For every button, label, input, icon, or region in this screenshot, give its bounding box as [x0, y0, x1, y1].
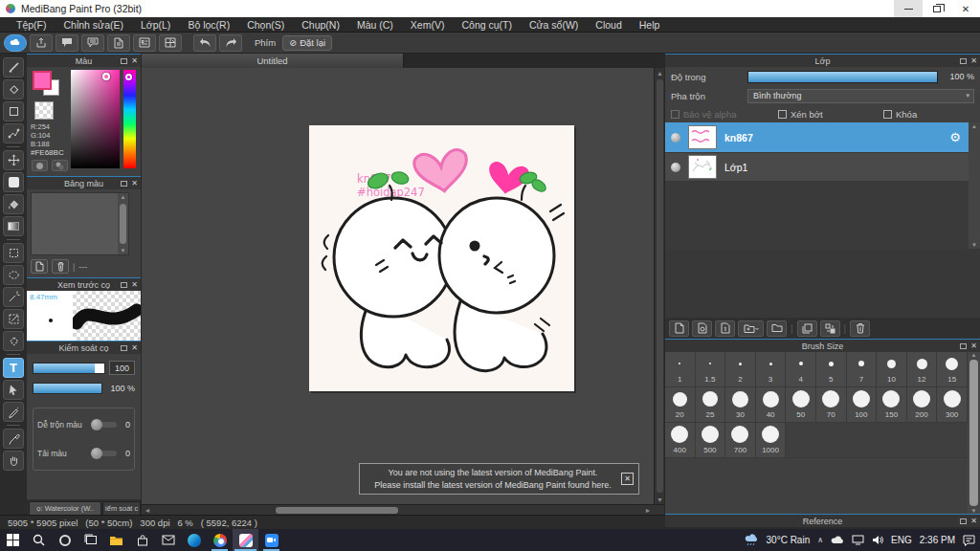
material-grid-button[interactable] [159, 34, 182, 52]
color-swap-button[interactable] [52, 160, 68, 171]
saturation-value-picker[interactable] [71, 70, 120, 168]
chrome-button[interactable] [207, 529, 233, 551]
restore-button[interactable] [923, 0, 951, 17]
scroll-up-icon[interactable]: ▲ [971, 123, 977, 129]
brush-size-slider[interactable] [33, 383, 102, 394]
brush-size-cell[interactable]: 10 [877, 352, 907, 387]
undo-button[interactable] [193, 34, 216, 52]
menu-help[interactable]: Help [631, 19, 669, 31]
popout-icon[interactable] [960, 343, 967, 349]
brush-tool[interactable] [3, 57, 24, 77]
scroll-down-icon[interactable]: ▼ [121, 248, 126, 253]
menu-window[interactable]: Cửa sổ(W) [521, 19, 587, 31]
network-icon[interactable] [852, 535, 864, 545]
file-explorer-button[interactable] [103, 529, 129, 551]
new-8bit-layer-button[interactable] [692, 320, 712, 337]
speaker-icon[interactable] [872, 535, 883, 545]
bucket-tool[interactable] [3, 194, 24, 214]
lock-checkbox[interactable]: Khóa [883, 109, 917, 120]
close-icon[interactable]: ✕ [970, 57, 977, 65]
sv-marker[interactable] [102, 73, 110, 80]
load-color-slider[interactable] [96, 451, 117, 456]
brush-size-cell[interactable]: 500 [696, 423, 726, 458]
brush-size-cell[interactable]: 70 [816, 387, 847, 423]
scroll-up-icon[interactable]: ▲ [655, 68, 664, 77]
cloud-sync-button[interactable] [4, 34, 27, 52]
canvas-viewport[interactable]: kn867 #hoidap247 [142, 68, 664, 515]
merge-layer-button[interactable] [820, 320, 840, 337]
brush-size-cell[interactable]: 1.5 [696, 352, 726, 387]
layer-opacity-slider[interactable] [747, 71, 938, 83]
scrollbar-thumb[interactable] [969, 360, 978, 506]
layer-visibility-toggle[interactable] [671, 163, 680, 172]
color-mode-button[interactable] [32, 160, 48, 171]
popout-icon[interactable] [121, 282, 127, 288]
popout-icon[interactable] [960, 58, 967, 64]
lasso-tool[interactable] [3, 265, 24, 285]
duplicate-layer-button[interactable] [797, 320, 817, 337]
scrollbar-thumb[interactable] [120, 204, 126, 244]
eyedropper-tool[interactable] [3, 429, 24, 449]
brush-size-cell[interactable]: 4 [786, 352, 816, 387]
comment-lines-button[interactable] [81, 34, 104, 52]
scroll-up-icon[interactable]: ▲ [121, 194, 126, 200]
search-button[interactable] [26, 529, 52, 551]
canvas-vertical-scrollbar[interactable]: ▲ ▼ [654, 68, 664, 504]
scrollbar-thumb[interactable] [657, 79, 663, 493]
folder-button[interactable] [767, 320, 787, 337]
tab-brush-control[interactable]: iểm soát c [102, 501, 141, 515]
notification-close-button[interactable]: ✕ [621, 473, 634, 485]
layer-visibility-toggle[interactable] [671, 133, 680, 143]
brush-size-cell[interactable]: 15 [937, 352, 968, 387]
medibang-taskbar-button[interactable] [233, 529, 258, 551]
layer-scrollbar[interactable]: ▲ ▼ [969, 122, 980, 249]
select-pen-tool[interactable] [3, 309, 24, 329]
scroll-down-icon[interactable]: ▼ [971, 242, 977, 248]
pen-tool[interactable] [3, 402, 24, 422]
magic-wand-tool[interactable] [3, 287, 24, 307]
eraser-tool[interactable] [3, 79, 24, 99]
brush-size-cell[interactable]: 12 [907, 352, 938, 387]
polyline-tool[interactable] [3, 123, 24, 143]
start-button[interactable] [0, 529, 26, 551]
redo-button[interactable] [219, 34, 242, 52]
gear-icon[interactable]: ⚙ [949, 130, 961, 144]
brush-size-cell[interactable]: 1000 [756, 423, 787, 458]
cortana-button[interactable] [52, 529, 78, 551]
scrollbar-thumb[interactable] [276, 507, 398, 514]
list-check-button[interactable] [133, 34, 156, 52]
new-layer-button[interactable] [669, 320, 689, 337]
menu-select[interactable]: Chọn(S) [238, 19, 293, 31]
gradient-tool[interactable] [3, 216, 24, 236]
operation-tool[interactable] [3, 380, 24, 400]
brush-size-cell[interactable]: 200 [907, 387, 938, 423]
chevron-up-icon[interactable]: ∧ [817, 536, 823, 544]
brush-size-cell[interactable]: 2 [725, 352, 756, 387]
store-button[interactable] [129, 529, 155, 551]
brush-opacity-slider[interactable] [33, 363, 105, 374]
menu-cloud[interactable]: Cloud [587, 19, 630, 31]
add-folder-button[interactable] [738, 320, 764, 337]
tab-brush-watercolor[interactable]: ọ: Watercolor (W.. [29, 501, 101, 515]
scroll-right-icon[interactable]: ► [642, 505, 654, 515]
select-all-tool[interactable] [3, 172, 24, 192]
brush-size-cell[interactable]: 40 [756, 387, 787, 423]
palette-scrollbar[interactable]: ▲ ▼ [118, 193, 128, 254]
popout-icon[interactable] [121, 345, 127, 351]
weather-text[interactable]: 30°C Rain [767, 535, 811, 545]
layer-row-lop1[interactable]: Lớp1 [665, 152, 969, 182]
close-button[interactable]: ✕ [951, 0, 980, 17]
document-button[interactable] [107, 34, 130, 52]
close-icon[interactable]: ✕ [131, 57, 138, 65]
close-icon[interactable]: ✕ [970, 342, 977, 350]
select-rect-tool[interactable] [3, 243, 24, 263]
zoom-app-button[interactable] [258, 529, 284, 551]
brush-size-cell[interactable]: 50 [786, 387, 816, 423]
brush-size-cell[interactable]: 3 [756, 352, 787, 387]
hand-tool[interactable] [3, 451, 24, 471]
reset-keys-button[interactable]: ⊘ Đặt lại [282, 35, 332, 51]
edge-button[interactable] [181, 529, 207, 551]
brush-opacity-value[interactable]: 100 [109, 361, 135, 375]
new-1bit-layer-button[interactable] [715, 320, 735, 337]
document-tab[interactable]: Untitled [142, 54, 404, 68]
